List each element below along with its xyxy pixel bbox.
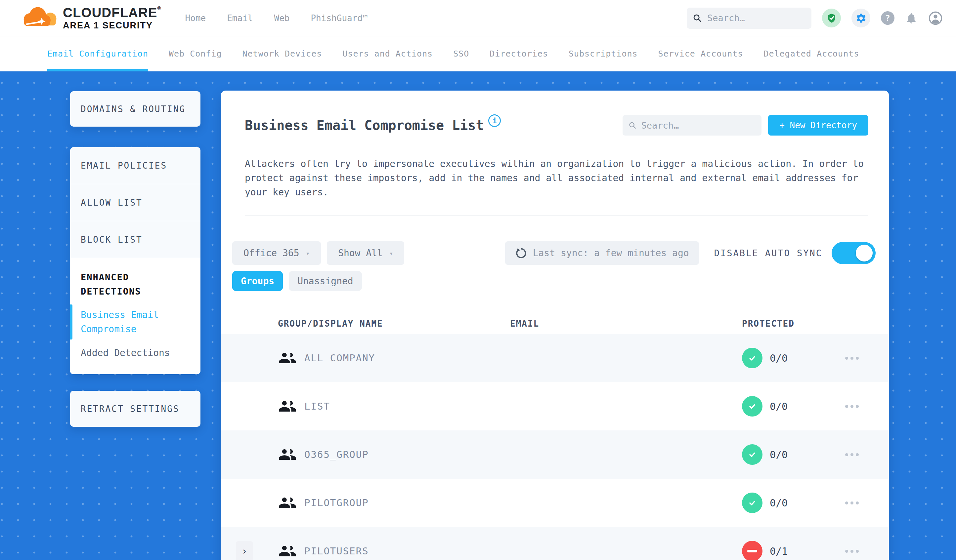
group-icon (278, 447, 297, 462)
tab-unassigned[interactable]: Unassigned (289, 271, 362, 291)
row-menu-button[interactable] (842, 498, 862, 508)
column-header-name: GROUP/DISPLAY NAME (278, 319, 510, 329)
tab-groups[interactable]: Groups (232, 271, 283, 291)
row-menu-button[interactable] (842, 546, 862, 556)
protected-count: 0/1 (770, 546, 788, 557)
row-menu-button[interactable] (842, 450, 862, 460)
group-icon (278, 543, 297, 559)
list-search-input[interactable] (642, 120, 756, 130)
table-row[interactable]: ALL COMPANY 0/0 (221, 334, 889, 382)
expand-row-button[interactable]: › (236, 541, 253, 560)
section-navigation: Email Configuration Web Config Network D… (0, 36, 956, 71)
search-icon (693, 14, 702, 23)
settings-button[interactable] (851, 9, 870, 27)
sidebar-card-policies: EMAIL POLICIES ALLOW LIST BLOCK LIST ENH… (70, 147, 200, 374)
workspace: DOMAINS & ROUTING EMAIL POLICIES ALLOW L… (0, 71, 956, 560)
page: CLOUDFLARE® AREA 1 SECURITY Home Email W… (0, 0, 956, 560)
active-indicator-bar (70, 304, 72, 339)
group-name: PILOTUSERS (304, 546, 369, 557)
top-nav-web[interactable]: Web (274, 13, 290, 23)
topbar: CLOUDFLARE® AREA 1 SECURITY Home Email W… (0, 0, 956, 36)
column-header-email: EMAIL (510, 319, 742, 329)
row-menu-button[interactable] (842, 402, 862, 411)
directory-dropdown[interactable]: Office 365 ▾ (232, 241, 321, 265)
protected-count: 0/0 (770, 401, 788, 412)
list-search[interactable] (623, 115, 761, 135)
group-tabs: Groups Unassigned (221, 271, 889, 291)
show-filter-dropdown[interactable]: Show All ▾ (327, 241, 404, 265)
gear-icon (855, 13, 867, 24)
last-sync-button[interactable]: Last sync: a few minutes ago (505, 241, 699, 265)
account-button[interactable] (928, 11, 943, 25)
tab-delegated-accounts[interactable]: Delegated Accounts (764, 36, 859, 71)
auto-sync-label: DISABLE AUTO SYNC (714, 248, 822, 258)
top-nav-home[interactable]: Home (185, 13, 206, 23)
top-nav-email[interactable]: Email (227, 13, 253, 23)
tab-email-configuration[interactable]: Email Configuration (47, 36, 148, 71)
sidebar-item-added-detections[interactable]: Added Detections (81, 347, 190, 358)
group-name: PILOTGROUP (304, 497, 369, 508)
info-icon[interactable]: i (488, 115, 501, 127)
table-row[interactable]: O365_GROUP 0/0 (221, 430, 889, 479)
brand-name: CLOUDFLARE® (63, 6, 162, 19)
notifications-button[interactable] (905, 12, 918, 25)
protected-count: 0/0 (770, 449, 788, 461)
sidebar-item-enhanced-detections[interactable]: ENHANCED DETECTIONS (81, 270, 190, 298)
sidebar-item-retract-settings[interactable]: RETRACT SETTINGS (70, 391, 200, 427)
tab-directories[interactable]: Directories (490, 36, 548, 71)
question-mark-icon: ? (885, 14, 890, 23)
group-name: ALL COMPANY (304, 352, 375, 364)
sidebar-item-label: Business Email Compromise (81, 309, 159, 334)
content-card: Business Email Compromise List i + New D… (221, 91, 889, 560)
tab-sso[interactable]: SSO (453, 36, 469, 71)
help-button[interactable]: ? (881, 11, 895, 25)
caret-down-icon: ▾ (389, 249, 393, 257)
tab-web-config[interactable]: Web Config (169, 36, 222, 71)
sidebar-item-email-policies[interactable]: EMAIL POLICIES (70, 147, 200, 184)
shield-check-icon (826, 13, 837, 24)
sidebar-item-allow-list[interactable]: ALLOW LIST (70, 184, 200, 221)
group-name: O365_GROUP (304, 449, 369, 460)
sidebar-item-business-email-compromise[interactable]: Business Email Compromise (81, 308, 190, 336)
auto-sync-toggle[interactable] (832, 242, 876, 264)
tab-users-and-actions[interactable]: Users and Actions (342, 36, 433, 71)
table-row[interactable]: LIST 0/0 (221, 382, 889, 430)
sidebar-item-block-list[interactable]: BLOCK LIST (70, 221, 200, 258)
toggle-knob (856, 245, 873, 262)
protected-ok-icon (742, 493, 763, 513)
tab-subscriptions[interactable]: Subscriptions (569, 36, 638, 71)
card-header: Business Email Compromise List i + New D… (221, 91, 889, 215)
group-icon (278, 350, 297, 365)
column-header-protected: PROTECTED (742, 319, 835, 329)
protected-ok-icon (742, 396, 763, 417)
sidebar-item-domains-routing[interactable]: DOMAINS & ROUTING (70, 91, 200, 127)
new-directory-button[interactable]: + New Directory (768, 115, 868, 135)
search-icon (629, 121, 637, 130)
tab-service-accounts[interactable]: Service Accounts (658, 36, 743, 71)
protected-ok-icon (742, 348, 763, 368)
security-status-button[interactable] (822, 9, 841, 27)
page-title: Business Email Compromise List (245, 118, 484, 133)
page-description: Attackers often try to impersonate execu… (245, 157, 873, 199)
table-row[interactable]: › PILOTUSERS 0/1 (221, 527, 889, 560)
sidebar-section-enhanced-detections: ENHANCED DETECTIONS Business Email Compr… (70, 258, 200, 374)
tab-network-devices[interactable]: Network Devices (242, 36, 322, 71)
protected-count: 0/0 (770, 352, 788, 364)
table-row[interactable]: PILOTGROUP 0/0 (221, 479, 889, 527)
avatar-icon (928, 11, 943, 25)
global-search-input[interactable] (707, 13, 805, 23)
group-icon (278, 495, 297, 510)
top-navigation: Home Email Web PhishGuard™ (185, 13, 368, 23)
topbar-right: ? (687, 8, 943, 29)
last-sync-text: Last sync: a few minutes ago (533, 248, 689, 259)
bell-icon (905, 12, 918, 25)
row-menu-button[interactable] (842, 353, 862, 363)
top-nav-phishguard[interactable]: PhishGuard™ (311, 13, 368, 23)
cloudflare-cloud-icon (19, 5, 58, 31)
brand-logo[interactable]: CLOUDFLARE® AREA 1 SECURITY (19, 5, 162, 31)
global-search[interactable] (687, 8, 811, 29)
sidebar-card-domains-routing: DOMAINS & ROUTING (70, 91, 200, 127)
table-header: GROUP/DISPLAY NAME EMAIL PROTECTED (221, 314, 889, 334)
brand-subtitle: AREA 1 SECURITY (63, 21, 162, 30)
filter-row: Office 365 ▾ Show All ▾ Last sync: a few… (221, 241, 889, 265)
